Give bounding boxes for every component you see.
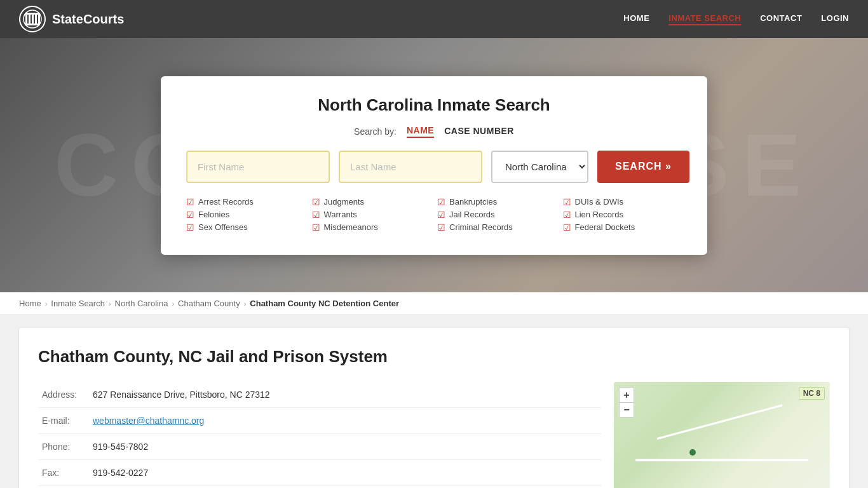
- checkbox-icon: ☑: [312, 197, 320, 207]
- check-label: Warrants: [324, 210, 357, 219]
- checkbox-icon: ☑: [437, 222, 445, 233]
- info-label: Address:: [38, 382, 89, 408]
- facility-info-table: Address:627 Renaissance Drive, Pittsboro…: [38, 382, 601, 488]
- check-label: Felonies: [198, 210, 229, 219]
- table-row: Phone:919-545-7802: [38, 434, 601, 460]
- breadcrumb-sep-4: ›: [244, 300, 247, 308]
- breadcrumb-sep-2: ›: [109, 300, 111, 308]
- nav-home[interactable]: HOME: [623, 13, 649, 25]
- check-item: ☑Felonies: [186, 210, 306, 220]
- modal-title: North Carolina Inmate Search: [186, 95, 682, 115]
- info-label: Phone:: [38, 434, 89, 460]
- lower-layout: Address:627 Renaissance Drive, Pittsboro…: [38, 382, 830, 488]
- check-item: ☑Federal Dockets: [563, 222, 682, 233]
- breadcrumb-nc[interactable]: North Carolina: [115, 299, 168, 308]
- checkbox-icon: ☑: [312, 222, 320, 233]
- check-label: Federal Dockets: [575, 222, 635, 232]
- content-card: Chatham County, NC Jail and Prison Syste…: [19, 328, 849, 488]
- check-item: ☑Arrest Records: [186, 197, 306, 207]
- logo-text: StateCourts: [52, 12, 124, 27]
- check-label: Sex Offenses: [198, 222, 248, 232]
- search-by-label: Search by:: [354, 126, 397, 137]
- info-label: E-mail:: [38, 408, 89, 434]
- svg-rect-2: [25, 15, 27, 24]
- map-zoom-out[interactable]: −: [619, 402, 634, 417]
- breadcrumb-home[interactable]: Home: [19, 299, 41, 308]
- info-label: Website:: [38, 486, 89, 489]
- breadcrumb: Home › Inmate Search › North Carolina › …: [0, 292, 868, 315]
- breadcrumb-county[interactable]: Chatham County: [178, 299, 240, 308]
- search-modal: North Carolina Inmate Search Search by: …: [161, 76, 707, 255]
- hero-section: COURTHOUSE North Carolina Inmate Search …: [0, 38, 868, 292]
- info-value: 919-542-0227: [89, 460, 601, 486]
- svg-rect-4: [32, 15, 34, 24]
- content-area: Chatham County, NC Jail and Prison Syste…: [0, 315, 868, 488]
- facility-title: Chatham County, NC Jail and Prison Syste…: [38, 347, 830, 367]
- info-value[interactable]: http://www.chathamnc.org/government/depa…: [89, 486, 601, 489]
- check-label: DUIs & DWIs: [575, 197, 624, 207]
- checkbox-icon: ☑: [186, 210, 194, 220]
- checkbox-icon: ☑: [563, 222, 571, 233]
- map-road-horizontal: [635, 459, 808, 461]
- header: StateCourts HOME INMATE SEARCH CONTACT L…: [0, 0, 868, 38]
- first-name-input[interactable]: [186, 151, 330, 183]
- check-label: Judgments: [324, 197, 365, 207]
- check-label: Arrest Records: [198, 197, 254, 207]
- map-location-dot: [689, 449, 696, 456]
- info-value[interactable]: webmaster@chathamnc.org: [89, 408, 601, 434]
- tab-name[interactable]: NAME: [407, 125, 434, 138]
- map-controls: + −: [619, 387, 634, 417]
- check-label: Misdemeanors: [324, 222, 378, 232]
- check-item: ☑Criminal Records: [437, 222, 557, 233]
- breadcrumb-current: Chatham County NC Detention Center: [250, 299, 399, 308]
- nav-bar: HOME INMATE SEARCH CONTACT LOGIN: [623, 13, 849, 25]
- check-label: Bankruptcies: [449, 197, 497, 207]
- checkbox-icon: ☑: [186, 197, 194, 207]
- check-item: ☑Warrants: [312, 210, 431, 220]
- check-item: ☑Judgments: [312, 197, 431, 207]
- table-row: Fax:919-542-0227: [38, 460, 601, 486]
- search-inputs-row: North Carolina SEARCH »: [186, 151, 682, 183]
- check-label: Lien Records: [575, 210, 624, 219]
- nav-inmate-search[interactable]: INMATE SEARCH: [668, 13, 741, 25]
- info-value: 919-545-7802: [89, 434, 601, 460]
- svg-rect-5: [35, 15, 37, 24]
- check-item: ☑Lien Records: [563, 210, 682, 220]
- breadcrumb-sep-1: ›: [45, 300, 48, 308]
- map-zoom-in[interactable]: +: [619, 387, 634, 402]
- svg-rect-6: [38, 15, 40, 24]
- check-label: Criminal Records: [449, 222, 513, 232]
- checkboxes-grid: ☑Arrest Records☑Judgments☑Bankruptcies☑D…: [186, 197, 682, 233]
- breadcrumb-sep-3: ›: [172, 300, 174, 308]
- check-item: ☑Bankruptcies: [437, 197, 557, 207]
- svg-rect-7: [25, 24, 40, 25]
- search-button[interactable]: SEARCH »: [597, 151, 689, 183]
- check-item: ☑Misdemeanors: [312, 222, 431, 233]
- state-select[interactable]: North Carolina: [491, 151, 588, 183]
- svg-rect-8: [25, 13, 40, 15]
- table-row: Website:http://www.chathamnc.org/governm…: [38, 486, 601, 489]
- checkbox-icon: ☑: [437, 210, 445, 220]
- checkbox-icon: ☑: [312, 210, 320, 220]
- tab-case-number[interactable]: CASE NUMBER: [444, 126, 514, 137]
- info-link[interactable]: webmaster@chathamnc.org: [93, 416, 204, 426]
- map-section: NC 8 + −: [614, 382, 830, 488]
- checkbox-icon: ☑: [563, 197, 571, 207]
- nav-login[interactable]: LOGIN: [821, 13, 849, 25]
- checkbox-icon: ☑: [437, 197, 445, 207]
- search-by-row: Search by: NAME CASE NUMBER: [186, 125, 682, 138]
- info-label: Fax:: [38, 460, 89, 486]
- logo-icon: [19, 6, 46, 32]
- logo-area: StateCourts: [19, 6, 124, 32]
- table-row: E-mail:webmaster@chathamnc.org: [38, 408, 601, 434]
- check-item: ☑Sex Offenses: [186, 222, 306, 233]
- info-section: Address:627 Renaissance Drive, Pittsboro…: [38, 382, 601, 488]
- checkbox-icon: ☑: [186, 222, 194, 233]
- check-item: ☑DUIs & DWIs: [563, 197, 682, 207]
- table-row: Address:627 Renaissance Drive, Pittsboro…: [38, 382, 601, 408]
- nav-contact[interactable]: CONTACT: [760, 13, 802, 25]
- check-label: Jail Records: [449, 210, 495, 219]
- map-placeholder: NC 8 + −: [614, 382, 830, 488]
- last-name-input[interactable]: [339, 151, 482, 183]
- breadcrumb-inmate-search[interactable]: Inmate Search: [51, 299, 105, 308]
